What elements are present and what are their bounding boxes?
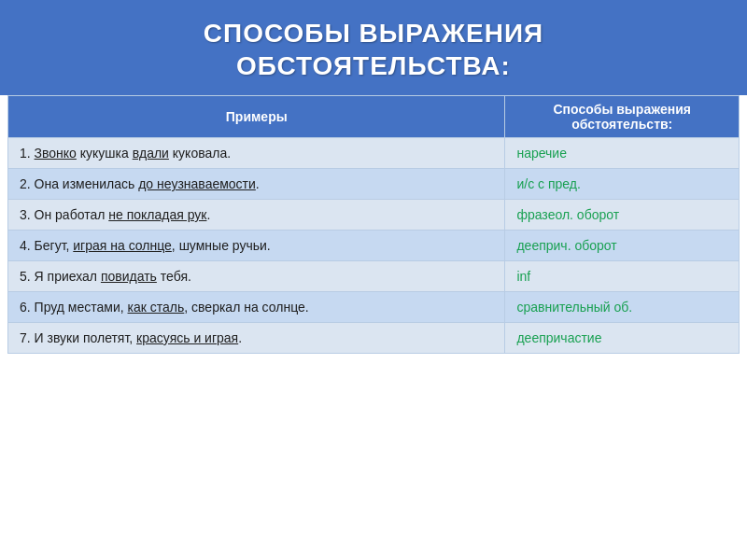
title-line2: ОБСТОЯТЕЛЬСТВА: bbox=[236, 51, 511, 80]
example-cell: 7. И звуки полетят, красуясь и играя. bbox=[8, 323, 505, 354]
header: СПОСОБЫ ВЫРАЖЕНИЯ ОБСТОЯТЕЛЬСТВА: bbox=[0, 0, 747, 95]
col-ways-header: Способы выраженияобстоятельств: bbox=[505, 96, 740, 138]
example-cell: 4. Бегут, играя на солнце, шумные ручьи. bbox=[8, 231, 505, 261]
example-cell: 5. Я приехал повидать тебя. bbox=[8, 261, 505, 292]
way-cell: фразеол. оборот bbox=[505, 200, 740, 231]
example-cell: 6. Пруд местами, как сталь, сверкал на с… bbox=[8, 292, 505, 323]
example-cell: 3. Он работал не покладая рук. bbox=[8, 200, 505, 231]
header-title: СПОСОБЫ ВЫРАЖЕНИЯ ОБСТОЯТЕЛЬСТВА: bbox=[28, 17, 719, 82]
way-cell: и/с с пред. bbox=[505, 169, 740, 200]
table-row: 3. Он работал не покладая рук.фразеол. о… bbox=[8, 200, 740, 231]
table-row: 5. Я приехал повидать тебя.inf bbox=[8, 261, 740, 292]
table-row: 2. Она изменилась до неузнаваемости.и/с … bbox=[8, 169, 740, 200]
way-cell: сравнительный об. bbox=[505, 292, 740, 323]
title-line1: СПОСОБЫ ВЫРАЖЕНИЯ bbox=[204, 19, 543, 48]
example-cell: 2. Она изменилась до неузнаваемости. bbox=[8, 169, 505, 200]
way-cell: inf bbox=[505, 261, 740, 292]
col-examples-header: Примеры bbox=[8, 96, 505, 138]
way-cell: деепричастие bbox=[505, 323, 740, 354]
way-cell: дееприч. оборот bbox=[505, 231, 740, 261]
way-cell: наречие bbox=[505, 138, 740, 169]
table-header-row: Примеры Способы выраженияобстоятельств: bbox=[8, 96, 740, 138]
table-row: 1. Звонко кукушка вдали куковала.наречие bbox=[8, 138, 740, 169]
table-row: 7. И звуки полетят, красуясь и играя.дее… bbox=[8, 323, 740, 354]
table-row: 6. Пруд местами, как сталь, сверкал на с… bbox=[8, 292, 740, 323]
page: СПОСОБЫ ВЫРАЖЕНИЯ ОБСТОЯТЕЛЬСТВА: Пример… bbox=[0, 0, 747, 560]
example-cell: 1. Звонко кукушка вдали куковала. bbox=[8, 138, 505, 169]
table-row: 4. Бегут, играя на солнце, шумные ручьи.… bbox=[8, 231, 740, 261]
main-table: Примеры Способы выраженияобстоятельств: … bbox=[7, 95, 740, 354]
table-wrapper: Примеры Способы выраженияобстоятельств: … bbox=[0, 95, 747, 560]
